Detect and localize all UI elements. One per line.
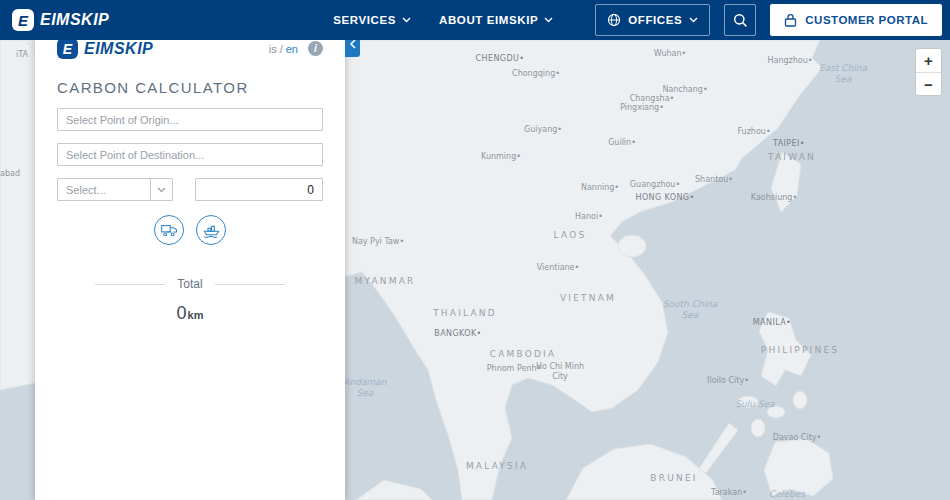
origin-input[interactable] [57, 108, 323, 131]
eimskip-logo-icon: E [12, 9, 34, 31]
chevron-left-icon [349, 39, 356, 49]
panel-title: CARBON CALCULATOR [57, 79, 323, 96]
customer-portal-button[interactable]: CUSTOMER PORTAL [770, 4, 942, 36]
offices-dropdown[interactable]: OFFICES [595, 4, 710, 36]
quantity-input[interactable] [195, 178, 323, 201]
divider-line [95, 284, 165, 285]
nav-about-label: ABOUT EIMSKIP [439, 14, 538, 26]
nav-services-label: SERVICES [333, 14, 396, 26]
info-icon[interactable]: i [308, 41, 323, 56]
ship-mode-button[interactable] [196, 215, 226, 245]
lock-icon [784, 13, 797, 27]
truck-mode-button[interactable] [154, 215, 184, 245]
zoom-out-button[interactable]: − [916, 72, 941, 95]
nav-services[interactable]: SERVICES [333, 14, 411, 26]
carbon-calculator-panel: E EIMSKIP is / en i CARBON CALCULATOR Se… [35, 18, 345, 500]
language-en-link[interactable]: en [286, 43, 298, 55]
chevron-down-icon [150, 179, 172, 200]
top-navigation-bar: E EIMSKIP SERVICES ABOUT EIMSKIP OFFICES [0, 0, 950, 40]
chevron-down-icon [402, 17, 411, 23]
ship-icon [203, 223, 220, 238]
mode-select[interactable]: Select... [57, 178, 173, 201]
chevron-down-icon [689, 17, 698, 23]
total-value: 0 km [57, 303, 323, 324]
panel-eimskip-logo: E EIMSKIP [57, 38, 153, 59]
search-button[interactable] [724, 4, 756, 36]
eimskip-logo-text: EIMSKIP [40, 11, 109, 29]
total-distance-value: 0 [177, 303, 187, 324]
divider-line [215, 284, 285, 285]
search-icon [733, 13, 748, 28]
eimskip-logo[interactable]: E EIMSKIP [12, 9, 109, 31]
globe-icon [607, 13, 621, 27]
panel-logo-text: EIMSKIP [84, 40, 153, 58]
language-is-link[interactable]: is [269, 43, 277, 55]
total-label: Total [177, 277, 202, 291]
language-switcher: is / en [269, 43, 298, 55]
truck-icon [161, 223, 178, 238]
nav-about-eimskip[interactable]: ABOUT EIMSKIP [439, 14, 553, 26]
language-separator: / [280, 43, 283, 55]
map-zoom-control: + − [915, 48, 942, 96]
mode-select-value: Select... [58, 184, 150, 196]
eimskip-logo-icon: E [57, 38, 78, 59]
offices-label: OFFICES [628, 14, 682, 26]
zoom-in-button[interactable]: + [916, 49, 941, 72]
destination-input[interactable] [57, 143, 323, 166]
chevron-down-icon [544, 17, 553, 23]
customer-portal-label: CUSTOMER PORTAL [805, 14, 928, 26]
total-divider: Total [57, 277, 323, 291]
total-distance-unit: km [188, 309, 204, 321]
